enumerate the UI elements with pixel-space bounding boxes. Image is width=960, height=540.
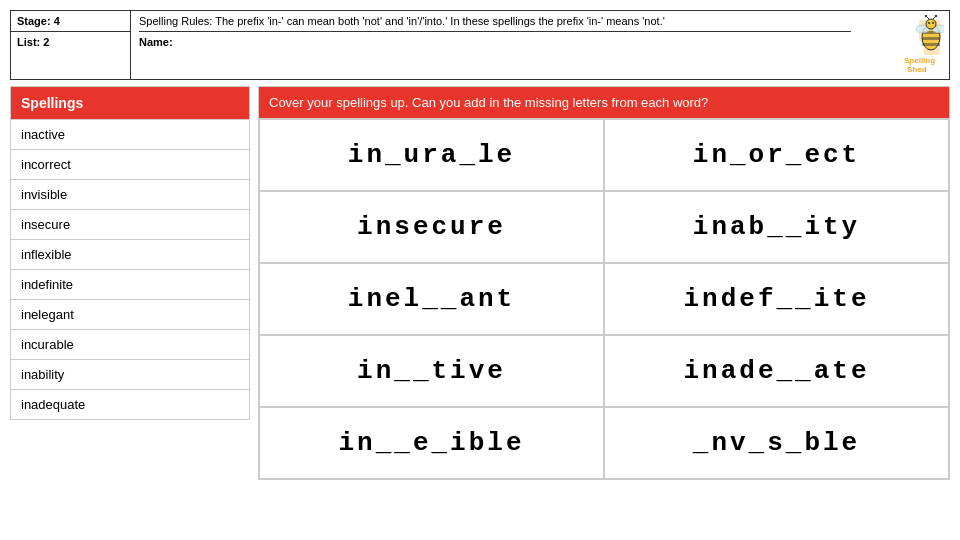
stage-label: Stage: 4 [11,11,130,32]
list-item: inability [10,360,250,390]
practice-cell-0: in_ura_le [259,119,604,191]
practice-cell-6: in__tive [259,335,604,407]
practice-cell-8: in__e_ible [259,407,604,479]
practice-cell-9: _nv_s_ble [604,407,949,479]
spellings-column: Spellings inactive incorrect invisible i… [10,86,250,480]
logo-area: Spelling Shed [859,11,949,79]
practice-cell-7: inade__ate [604,335,949,407]
practice-column: Cover your spellings up. Can you add in … [258,86,950,480]
list-item: incurable [10,330,250,360]
practice-cell-3: inab__ity [604,191,949,263]
list-item: invisible [10,180,250,210]
name-label: Name: [139,36,851,48]
list-item: inelegant [10,300,250,330]
list-item: incorrect [10,150,250,180]
header-left: Stage: 4 List: 2 [11,11,131,79]
svg-rect-6 [922,43,940,46]
svg-rect-5 [922,37,940,40]
list-item: inadequate [10,390,250,420]
practice-cell-5: indef__ite [604,263,949,335]
list-item: inflexible [10,240,250,270]
list-item: inactive [10,120,250,150]
rule-text: Spelling Rules: The prefix 'in-' can mea… [139,15,851,32]
practice-cell-1: in_or_ect [604,119,949,191]
practice-header: Cover your spellings up. Can you add in … [258,86,950,119]
list-item: insecure [10,210,250,240]
spellings-header: Spellings [10,86,250,120]
svg-point-11 [932,22,934,24]
list-label: List: 2 [11,32,130,52]
svg-text:Shed: Shed [907,65,927,74]
main-content: Spellings inactive incorrect invisible i… [10,86,950,480]
svg-point-10 [928,22,930,24]
svg-text:Spelling: Spelling [904,56,935,65]
practice-cell-2: insecure [259,191,604,263]
spelling-shed-logo: Spelling Shed [864,15,944,75]
practice-cell-4: inel__ant [259,263,604,335]
list-item: indefinite [10,270,250,300]
svg-point-9 [926,19,936,29]
header-right: Spelling Rules: The prefix 'in-' can mea… [131,11,859,79]
practice-grid: in_ura_le in_or_ect insecure inab__ity i… [258,119,950,480]
header: Stage: 4 List: 2 Spelling Rules: The pre… [10,10,950,80]
